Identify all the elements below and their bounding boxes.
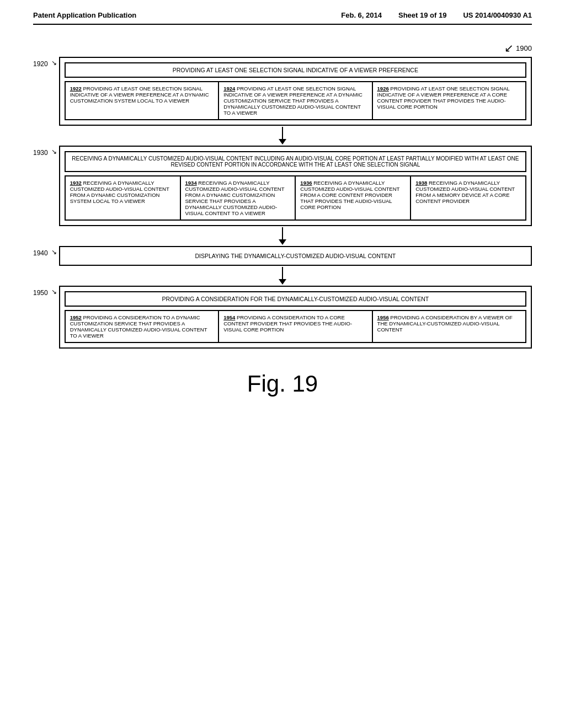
ref-1930-label: 1930 xyxy=(33,149,48,157)
sub-boxes-1930: 1932 RECEIVING A DYNAMICALLY CUSTOMIZED … xyxy=(65,175,526,221)
ref-1950-label: 1950 xyxy=(33,289,48,297)
sub-box-1936: 1936 RECEIVING A DYNAMICALLY CUSTOMIZED … xyxy=(295,176,411,220)
box-top-text: PROVIDING AT LEAST ONE SELECTION SIGNAL … xyxy=(65,62,526,78)
sub-boxes-1920: 1922 PROVIDING AT LEAST ONE SELECTION SI… xyxy=(65,81,526,120)
sub-box-1932: 1932 RECEIVING A DYNAMICALLY CUSTOMIZED … xyxy=(65,176,180,220)
arrow-1930-1940 xyxy=(279,227,286,245)
sub-box-1922: 1922 PROVIDING AT LEAST ONE SELECTION SI… xyxy=(65,82,218,120)
label-1926: 1926 xyxy=(377,85,389,92)
label-1952: 1952 xyxy=(70,314,82,320)
label-1934: 1934 xyxy=(185,180,197,186)
label-1932: 1932 xyxy=(70,180,82,186)
sheet-info: Sheet 19 of 19 xyxy=(398,11,446,19)
ref-1900: ↙ 1900 xyxy=(504,41,532,55)
publication-title: Patent Application Publication xyxy=(33,11,136,19)
sub-box-1938: 1938 RECEIVING A DYNAMICALLY CUSTOMIZED … xyxy=(411,176,526,220)
box-1950-text: PROVIDING A CONSIDERATION FOR THE DYNAMI… xyxy=(65,291,526,307)
sub-box-1954: 1954 PROVIDING A CONSIDERATION TO A CORE… xyxy=(218,311,372,342)
section-1920-box: PROVIDING AT LEAST ONE SELECTION SIGNAL … xyxy=(59,57,532,126)
box-1930-text: RECEIVING A DYNAMICALLY CUSTOMIZED AUDIO… xyxy=(65,151,526,172)
sub-boxes-1950: 1952 PROVIDING A CONSIDERATION TO A DYNA… xyxy=(65,310,526,343)
sub-box-1952: 1952 PROVIDING A CONSIDERATION TO A DYNA… xyxy=(65,311,218,342)
box-1940-text: DISPLAYING THE DYNAMICALLY-CUSTOMIZED AU… xyxy=(59,246,532,266)
publication-date: Feb. 6, 2014 xyxy=(341,11,382,19)
label-1954: 1954 xyxy=(223,314,235,320)
sub-box-1926: 1926 PROVIDING AT LEAST ONE SELECTION SI… xyxy=(372,82,526,120)
label-1938: 1938 xyxy=(415,180,427,186)
label-1956: 1956 xyxy=(377,314,389,320)
sub-box-1934: 1934 RECEIVING A DYNAMICALLY CUSTOMIZED … xyxy=(180,176,296,220)
page: Patent Application Publication Feb. 6, 2… xyxy=(0,0,565,728)
ref-1920-label: 1920 xyxy=(33,60,48,68)
section-1950-box: PROVIDING A CONSIDERATION FOR THE DYNAMI… xyxy=(59,286,532,349)
section-1930-box: RECEIVING A DYNAMICALLY CUSTOMIZED AUDIO… xyxy=(59,146,532,226)
section-1920: 1920 ↘ PROVIDING AT LEAST ONE SELECTION … xyxy=(33,57,532,126)
section-1950: 1950 ↘ PROVIDING A CONSIDERATION FOR THE… xyxy=(33,286,532,349)
label-1922: 1922 xyxy=(70,85,82,92)
ref-1940-label: 1940 xyxy=(33,249,48,257)
section-1930: 1930 ↘ RECEIVING A DYNAMICALLY CUSTOMIZE… xyxy=(33,146,532,226)
arrow-1920-1930 xyxy=(279,127,286,144)
label-1924: 1924 xyxy=(223,85,235,92)
figure-label: Fig. 19 xyxy=(247,371,318,397)
sub-box-1924: 1924 PROVIDING AT LEAST ONE SELECTION SI… xyxy=(218,82,372,120)
section-1940: 1940 ↘ DISPLAYING THE DYNAMICALLY-CUSTOM… xyxy=(33,246,532,266)
patent-number: US 2014/0040930 A1 xyxy=(463,11,532,19)
page-header: Patent Application Publication Feb. 6, 2… xyxy=(33,11,532,25)
diagram: ↙ 1900 1920 ↘ PROVIDING AT LEAST ONE SEL… xyxy=(33,41,532,397)
arrow-1940-1950 xyxy=(279,267,286,285)
sub-box-1956: 1956 PROVIDING A CONSIDERATION BY A VIEW… xyxy=(372,311,526,342)
header-meta: Feb. 6, 2014 Sheet 19 of 19 US 2014/0040… xyxy=(341,11,532,19)
label-1936: 1936 xyxy=(300,180,312,186)
